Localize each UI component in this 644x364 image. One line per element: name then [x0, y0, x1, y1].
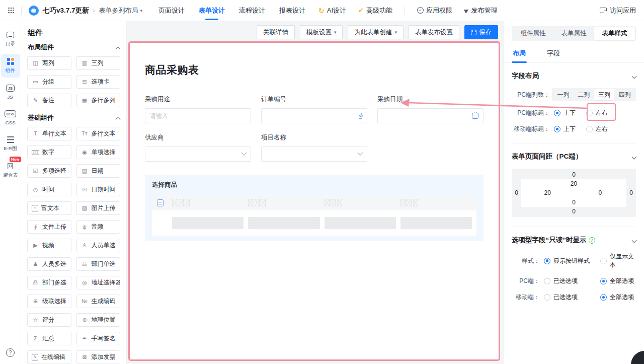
- radio-pc-selected-options[interactable]: 已选选项: [544, 277, 600, 285]
- radio-show-button-style[interactable]: 显示按钮样式: [544, 257, 600, 265]
- advanced-features-button[interactable]: ✔高级功能: [358, 6, 392, 15]
- option-two-column[interactable]: 二列: [574, 89, 594, 100]
- readonly-display-section-header[interactable]: 选项型字段“只读”时显示?: [512, 236, 636, 245]
- field-purchase-date[interactable]: 采购日期: [377, 95, 484, 123]
- radio-text-only[interactable]: 仅显示文本: [600, 252, 636, 269]
- order-number-input-box[interactable]: ‹/›: [261, 108, 367, 123]
- inner-bottom-value[interactable]: 0: [521, 198, 626, 206]
- component-person-single[interactable]: ♙人员单选: [76, 239, 121, 252]
- section-layout-components[interactable]: 布局组件: [28, 43, 120, 52]
- component-address-picker[interactable]: ◎地址选择器: [76, 276, 121, 289]
- component-summary[interactable]: Σ汇总: [27, 332, 71, 345]
- form-canvas[interactable]: 商品采购表 采购用途 订单编号 ‹/› 采购日期 供应: [128, 41, 500, 361]
- breadcrumb-form-name[interactable]: 表单多列布局: [99, 6, 138, 15]
- component-cascade-select[interactable]: ⊞级联选择: [27, 295, 71, 308]
- component-multi-select[interactable]: ☑多项选择: [27, 164, 71, 178]
- component-datetime[interactable]: ⊡日期时间: [76, 183, 121, 196]
- rail-item-components[interactable]: 组件: [1, 54, 20, 78]
- component-geo-location[interactable]: ⊕地理位置: [76, 313, 121, 327]
- component-audio[interactable]: ψ音频: [76, 220, 121, 234]
- purchase-purpose-input[interactable]: [150, 112, 246, 119]
- tab-page-design[interactable]: 页面设计: [158, 0, 185, 21]
- help-icon[interactable]: ?: [589, 237, 595, 244]
- access-app-button[interactable]: 访问应用: [600, 6, 636, 15]
- tab-flow-design[interactable]: 流程设计: [239, 0, 265, 21]
- component-dept-single[interactable]: 品部门单选: [76, 257, 121, 271]
- radio-icon[interactable]: [586, 126, 593, 132]
- outer-top-value[interactable]: 0: [512, 170, 636, 179]
- component-two-column[interactable]: ◫两列: [27, 56, 71, 70]
- component-number[interactable]: 123数字: [27, 145, 71, 159]
- apps-grid-icon[interactable]: [8, 8, 14, 14]
- field-layout-section-header[interactable]: 字段布局: [512, 71, 636, 81]
- supplier-select[interactable]: [145, 147, 251, 162]
- component-person-multi[interactable]: ♟人员多选: [27, 257, 71, 271]
- publish-manage-button[interactable]: ▶发布管理: [464, 6, 497, 15]
- tab-report-design[interactable]: 报表设计: [279, 0, 305, 21]
- chevron-down-icon[interactable]: ▾: [140, 8, 143, 13]
- component-video[interactable]: ▶视频: [27, 239, 71, 252]
- field-order-number[interactable]: 订单编号 ‹/›: [261, 95, 367, 123]
- related-detail-button[interactable]: 关联详情: [257, 25, 295, 39]
- rail-item-js[interactable]: JS JS: [1, 81, 20, 103]
- component-single-select[interactable]: ◉单项选择: [76, 145, 121, 159]
- radio-icon[interactable]: [586, 110, 593, 116]
- radio-mobile-title-updown[interactable]: 上下: [554, 125, 586, 133]
- component-time[interactable]: ◷时间: [27, 183, 71, 196]
- outer-bottom-value[interactable]: 0: [512, 207, 636, 215]
- form-title[interactable]: 商品采购表: [145, 63, 484, 77]
- spacing-box-model[interactable]: 0 0 20 20 0 0 0 0: [512, 169, 636, 217]
- date-input-box[interactable]: [377, 108, 484, 123]
- select-product-section[interactable]: 选择商品: [145, 175, 484, 241]
- tab-form-props[interactable]: 表单属性: [553, 27, 594, 40]
- component-rating[interactable]: ☆评分: [27, 313, 71, 327]
- component-option-card[interactable]: ⊟选项卡: [76, 75, 121, 89]
- outer-right-value[interactable]: 0: [626, 179, 636, 207]
- section-basic-components[interactable]: 基础组件: [28, 113, 120, 122]
- component-multi-row-col[interactable]: ▦多行多列: [76, 94, 121, 107]
- project-name-select[interactable]: [261, 147, 367, 162]
- component-dept-multi[interactable]: 品部门多选: [27, 276, 71, 289]
- field-supplier[interactable]: 供应商: [145, 133, 251, 162]
- inner-top-value[interactable]: 20: [521, 179, 626, 188]
- component-three-column[interactable]: ▥三列: [76, 56, 121, 70]
- option-one-column[interactable]: 一列: [553, 89, 574, 100]
- component-group[interactable]: ▭分组: [27, 75, 71, 89]
- ai-design-button[interactable]: ↻AI设计: [318, 6, 346, 15]
- radio-icon[interactable]: [544, 258, 550, 264]
- radio-pc-title-leftright[interactable]: 左右: [586, 109, 608, 117]
- radio-pc-title-updown[interactable]: 上下: [554, 109, 586, 117]
- template-settings-button[interactable]: 模板设置▾: [300, 25, 343, 39]
- inner-right-value[interactable]: 0: [574, 189, 627, 196]
- save-button[interactable]: 保存: [464, 25, 498, 39]
- outer-left-value[interactable]: 0: [512, 179, 521, 207]
- option-three-column[interactable]: 三列: [594, 89, 615, 100]
- component-online-edit[interactable]: ✎在线编辑: [27, 350, 71, 364]
- tab-component-props[interactable]: 组件属性: [513, 27, 553, 40]
- rail-item-css[interactable]: CSS CSS: [1, 106, 20, 129]
- radio-mobile-title-leftright[interactable]: 左右: [586, 125, 608, 133]
- radio-icon[interactable]: [554, 110, 560, 116]
- radio-icon[interactable]: [600, 294, 607, 301]
- app-permission-button[interactable]: ✓应用权限: [417, 6, 452, 15]
- collapse-chevron-icon[interactable]: [116, 117, 121, 122]
- radio-icon[interactable]: [544, 278, 550, 284]
- component-rich-text[interactable]: T富文本: [27, 201, 71, 215]
- collapse-chevron-icon[interactable]: [632, 238, 637, 243]
- subtab-fields[interactable]: 字段: [546, 48, 561, 62]
- tab-form-design[interactable]: 表单设计: [199, 0, 225, 21]
- radio-icon[interactable]: [544, 294, 550, 301]
- component-gen-code[interactable]: №生成编码: [76, 295, 121, 308]
- component-note[interactable]: ✎备注: [27, 94, 71, 107]
- radio-icon[interactable]: [554, 126, 560, 132]
- table-icon[interactable]: [157, 199, 164, 206]
- field-purchase-purpose[interactable]: 采购用途: [145, 95, 251, 123]
- component-single-text[interactable]: T单行文本: [27, 127, 71, 140]
- inner-left-value[interactable]: 20: [521, 189, 574, 196]
- tab-form-style[interactable]: 表单样式: [594, 27, 635, 40]
- rail-item-catalog[interactable]: 目录: [1, 27, 20, 51]
- component-date[interactable]: ▤日期: [76, 164, 121, 178]
- component-add-invoice[interactable]: ⊠添加发票: [76, 350, 121, 364]
- collapse-chevron-icon[interactable]: [632, 74, 637, 79]
- component-multi-text[interactable]: Tт多行文本: [76, 127, 121, 140]
